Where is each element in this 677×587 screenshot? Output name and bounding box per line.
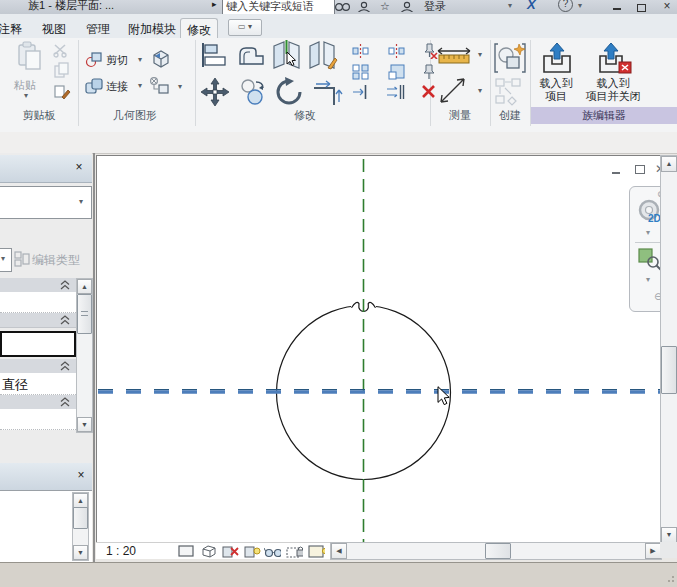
ribbon-collapse-button[interactable]: ▭ ▾: [228, 19, 262, 36]
edit-type-button[interactable]: 编辑类型: [32, 252, 80, 269]
copy-element-icon[interactable]: [238, 78, 268, 106]
trim-multiple-icon[interactable]: [386, 84, 405, 100]
browser-scrollbar[interactable]: ▲ ▼: [72, 492, 89, 561]
help-icon[interactable]: ?: [558, 0, 573, 12]
match-type-brush-icon[interactable]: [54, 84, 71, 101]
login-dropdown-icon[interactable]: ▾: [508, 1, 512, 10]
paste-dropdown-icon[interactable]: ▾: [24, 91, 28, 100]
canvas-vscrollbar[interactable]: ▲ ▼: [660, 155, 677, 544]
properties-scrollbar[interactable]: ▲ ▼: [76, 278, 93, 433]
subscription-user-icon[interactable]: [357, 1, 371, 12]
mirror-draw-axis-icon[interactable]: [388, 44, 405, 58]
property-group-header[interactable]: [0, 313, 76, 328]
property-group-header[interactable]: [0, 278, 76, 293]
cut-geometry-button[interactable]: 剪切: [106, 53, 128, 68]
filter-dropdown-icon[interactable]: ▾: [1, 254, 5, 263]
drawing-area[interactable]: ✕: [96, 155, 661, 543]
measure-ruler-icon[interactable]: [436, 44, 474, 66]
mirror-pick-axis-icon[interactable]: [352, 44, 369, 58]
type-selector[interactable]: ▾: [0, 186, 92, 219]
unjoin-geometry-icon[interactable]: [149, 76, 171, 96]
project-browser-close-icon[interactable]: ×: [74, 469, 88, 483]
property-row[interactable]: [0, 292, 76, 313]
trim-single-icon[interactable]: [352, 84, 369, 100]
view-restore-button[interactable]: [633, 164, 647, 176]
load-into-project-button[interactable]: 载入到 项目: [533, 40, 579, 106]
temporary-hide-isolate-icon[interactable]: [264, 544, 281, 558]
crop-region-lock-icon[interactable]: [286, 544, 303, 558]
scrollbar-thumb[interactable]: [485, 543, 511, 559]
sun-path-icon[interactable]: [222, 544, 239, 558]
scrollbar-thumb[interactable]: [73, 507, 88, 529]
view-minimize-button[interactable]: [609, 166, 623, 177]
favorites-star-icon[interactable]: ☆: [380, 0, 390, 13]
scrollbar-thumb[interactable]: [661, 346, 677, 394]
property-row[interactable]: [0, 409, 76, 430]
measure-between-refs-icon[interactable]: [438, 76, 468, 106]
project-browser-header[interactable]: ×: [0, 463, 92, 491]
property-row-diameter[interactable]: 直径: [0, 373, 76, 395]
restore-button[interactable]: [634, 2, 648, 13]
copy-icon[interactable]: [54, 62, 70, 78]
scroll-down-icon[interactable]: ▼: [661, 527, 677, 543]
scroll-down-icon[interactable]: ▼: [73, 545, 88, 560]
resize-grip-icon[interactable]: [665, 575, 675, 585]
zoom-dropdown-icon[interactable]: ▾: [646, 275, 650, 284]
property-group-header[interactable]: [0, 359, 76, 374]
help-dropdown-icon[interactable]: ▾: [578, 1, 582, 10]
scroll-down-icon[interactable]: ▼: [77, 417, 92, 432]
demolish-box-icon[interactable]: [150, 48, 172, 70]
split-with-gap-icon[interactable]: [308, 40, 338, 70]
property-group-header[interactable]: [0, 395, 76, 410]
drawing-canvas[interactable]: [97, 156, 661, 543]
cut-geometry-icon[interactable]: [85, 52, 103, 68]
canvas-hscrollbar[interactable]: ◀ ▶: [330, 542, 662, 560]
split-element-icon[interactable]: [272, 40, 302, 70]
wheel-dropdown-icon[interactable]: ▾: [646, 228, 650, 237]
unjoin-dropdown-icon[interactable]: ▾: [178, 82, 182, 91]
properties-close-icon[interactable]: ×: [72, 161, 86, 175]
join-geometry-button[interactable]: 连接: [106, 79, 128, 94]
scrollbar-thumb[interactable]: [77, 294, 92, 334]
search-icon[interactable]: [334, 1, 352, 12]
infocenter-search-input[interactable]: 键入关键字或短语: [222, 0, 335, 14]
login-user-icon[interactable]: [400, 1, 414, 12]
login-button[interactable]: 登录: [424, 0, 446, 14]
exchange-apps-icon[interactable]: X: [527, 0, 536, 12]
properties-header[interactable]: ×: [0, 155, 92, 183]
move-icon[interactable]: [199, 76, 231, 108]
qat-flyout-arrow-icon[interactable]: ▸: [212, 0, 217, 9]
create-similar-icon[interactable]: [495, 78, 523, 106]
join-geometry-icon[interactable]: [85, 78, 103, 94]
scroll-up-icon[interactable]: ▲: [73, 493, 88, 508]
type-selector-dropdown-icon[interactable]: ▾: [79, 197, 83, 206]
scale-icon[interactable]: [388, 64, 405, 80]
rotate-icon[interactable]: [273, 76, 305, 108]
measure2-dropdown-icon[interactable]: ▾: [478, 86, 482, 95]
detail-level-icon[interactable]: [178, 544, 195, 558]
array-icon[interactable]: [352, 64, 369, 80]
join-dropdown-icon[interactable]: ▾: [138, 81, 142, 90]
zoom-region-icon[interactable]: [638, 247, 662, 271]
create-group-icon[interactable]: [493, 41, 527, 75]
scroll-up-icon[interactable]: ▲: [661, 156, 677, 172]
visual-style-icon[interactable]: [200, 544, 217, 558]
property-filter-dropdown[interactable]: ▾: [0, 248, 12, 272]
load-into-project-close-button[interactable]: 载入到 项目并关闭: [580, 40, 646, 106]
scroll-right-icon[interactable]: ▶: [645, 543, 661, 559]
trim-extend-corner-icon[interactable]: [312, 78, 344, 106]
cut-dropdown-icon[interactable]: ▾: [138, 55, 142, 64]
close-button[interactable]: ×: [660, 2, 674, 13]
minimize-button[interactable]: [610, 2, 624, 13]
scroll-up-icon[interactable]: ▲: [77, 279, 92, 294]
shadows-icon[interactable]: [244, 544, 261, 558]
panel-divider[interactable]: [93, 153, 95, 562]
cut-scissors-icon[interactable]: [52, 43, 70, 58]
paste-icon[interactable]: [16, 41, 44, 73]
pin-icon[interactable]: [421, 63, 437, 80]
property-value-input[interactable]: [0, 331, 76, 357]
align-icon[interactable]: [200, 42, 228, 68]
view-scale-button[interactable]: 1 : 20: [106, 544, 136, 558]
scroll-left-icon[interactable]: ◀: [331, 543, 347, 559]
reveal-hidden-elements-icon[interactable]: [308, 544, 325, 558]
